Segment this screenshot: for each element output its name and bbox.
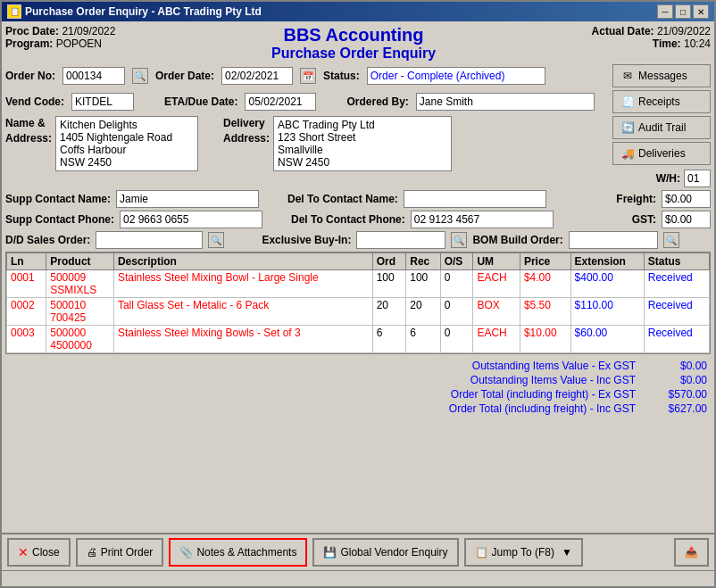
app-icon: 📋: [7, 4, 21, 19]
print-order-button[interactable]: 🖨 Print Order: [76, 538, 164, 567]
export-button[interactable]: 📤: [674, 538, 709, 567]
exclusive-buy-in-field: [356, 231, 445, 249]
proc-date-label: Proc Date:: [5, 25, 59, 37]
cell-um: BOX: [473, 298, 520, 326]
close-icon: ✕: [18, 545, 29, 559]
outstanding-inc-value: $0.00: [654, 374, 707, 386]
program-label: Program:: [5, 37, 53, 50]
app-title-line2: Purchase Order Enquiry: [271, 46, 436, 62]
app-title-line1: BBS Accounting: [271, 25, 436, 46]
col-description: Description: [113, 253, 372, 270]
cell-ord: 6: [372, 326, 406, 353]
supp-contact-name-label: Supp Contact Name:: [5, 193, 111, 205]
dd-row: D/D Sales Order: 🔍 Exclusive Buy-In: 🔍 B…: [5, 231, 711, 249]
cell-rec: 6: [406, 326, 440, 353]
col-price: Price: [520, 253, 570, 270]
delivery-label: Delivery Address:: [223, 116, 270, 146]
cell-um: EACH: [473, 270, 520, 298]
cell-rec: 20: [406, 298, 440, 326]
contact-row2: Supp Contact Phone: 02 9663 0655 Del To …: [5, 211, 711, 228]
jump-to-button[interactable]: 📋 Jump To (F8) ▼: [464, 538, 583, 567]
table-row: 0001 500009SSMIXLS Stainless Steel Mixin…: [7, 270, 710, 298]
freight-field: $0.00: [662, 190, 711, 208]
deliveries-button[interactable]: 🚚 Deliveries: [612, 142, 711, 165]
order-total-inc-value: $627.00: [654, 402, 707, 415]
cell-ord: 100: [372, 270, 406, 298]
dd-sales-order-field: [96, 231, 203, 249]
summary-section: Outstanding Items Value - Ex GST $0.00 O…: [5, 357, 711, 418]
order-date-field: 02/02/2021: [221, 67, 293, 85]
header-left: Proc Date: 21/09/2022 Program: POPOEN: [5, 25, 115, 50]
order-date-calendar-button[interactable]: 📅: [300, 68, 316, 84]
del-contact-name-field: [404, 190, 546, 208]
cell-ln: 0003: [7, 326, 46, 353]
actual-date-value: 21/09/2022: [657, 25, 711, 37]
bom-search-button[interactable]: 🔍: [663, 232, 679, 248]
gst-label: GST:: [632, 213, 656, 226]
time-value: 10:24: [684, 37, 711, 50]
minimize-button[interactable]: ─: [657, 4, 673, 19]
global-vendor-button[interactable]: 💾 Global Vendor Enquiry: [312, 538, 458, 567]
supp-contact-phone-label: Supp Contact Phone:: [5, 213, 114, 226]
name-address-label: Name & Address:: [5, 116, 52, 146]
main-content: Proc Date: 21/09/2022 Program: POPOEN BB…: [2, 21, 714, 533]
audit-trail-icon: 🔄: [620, 120, 635, 135]
del-contact-name-label: Del To Contact Name:: [287, 193, 398, 205]
cell-product: 500010700425: [46, 298, 114, 326]
wh-field: 01: [684, 170, 711, 187]
cell-os: 0: [440, 326, 473, 353]
window-title: Purchase Order Enquiry - ABC Trading Pty…: [25, 5, 262, 18]
summary-row-total-inc: Order Total (including freight) - Inc GS…: [5, 402, 711, 416]
supp-contact-name-field: Jamie: [116, 190, 259, 208]
cell-description: Stainless Steel Mixing Bowls - Set of 3: [113, 326, 372, 353]
cell-description: Tall Glass Set - Metalic - 6 Pack: [113, 298, 372, 326]
eta-due-field: 05/02/2021: [245, 93, 316, 111]
col-product: Product: [46, 253, 114, 270]
jump-to-icon: 📋: [475, 546, 488, 559]
close-window-button[interactable]: ✕: [693, 4, 709, 19]
cell-ln: 0002: [7, 298, 46, 326]
proc-date-value: 21/09/2022: [62, 25, 115, 37]
cell-price: $10.00: [520, 326, 570, 353]
order-no-search-button[interactable]: 🔍: [132, 68, 148, 84]
name-address-field: Kitchen Delights 1405 Nightengale Road C…: [55, 116, 198, 171]
receipts-icon: 🧾: [620, 95, 635, 109]
outstanding-inc-label: Outstanding Items Value - Inc GST: [470, 374, 636, 386]
title-bar: 📋 Purchase Order Enquiry - ABC Trading P…: [2, 2, 714, 21]
cell-ln: 0001: [7, 270, 46, 298]
cell-um: EACH: [473, 326, 520, 353]
actual-date-label: Actual Date:: [592, 25, 654, 37]
deliveries-icon: 🚚: [620, 146, 635, 161]
table-row: 0003 5000004500000 Stainless Steel Mixin…: [7, 326, 710, 353]
notes-attachments-button[interactable]: 📎 Notes & Attachments: [169, 538, 307, 567]
order-fields-row2: Vend Code: KITDEL ETA/Due Date: 05/02/20…: [5, 90, 711, 113]
audit-trail-button[interactable]: 🔄 Audit Trail: [612, 116, 711, 139]
table-row: 0002 500010700425 Tall Glass Set - Metal…: [7, 298, 710, 326]
cell-extension: $400.00: [570, 270, 644, 298]
address-row: Name & Address: Kitchen Delights 1405 Ni…: [5, 116, 711, 187]
receipts-button[interactable]: 🧾 Receipts: [612, 90, 711, 113]
dd-sales-search-button[interactable]: 🔍: [208, 232, 224, 248]
wh-label: W/H:: [656, 172, 680, 185]
ordered-by-field: Jane Smith: [416, 93, 595, 111]
col-extension: Extension: [570, 253, 644, 270]
cell-product: 5000004500000: [46, 326, 114, 353]
bom-build-order-label: BOM Build Order:: [472, 234, 562, 246]
order-date-label: Order Date:: [155, 70, 214, 82]
exclusive-search-button[interactable]: 🔍: [451, 232, 467, 248]
cell-product: 500009SSMIXLS: [46, 270, 114, 298]
maximize-button[interactable]: □: [675, 4, 691, 19]
order-total-ex-value: $570.00: [654, 388, 707, 401]
close-button[interactable]: ✕ Close: [7, 538, 71, 567]
main-window: 📋 Purchase Order Enquiry - ABC Trading P…: [0, 0, 716, 588]
cell-price: $5.50: [520, 298, 570, 326]
cell-rec: 100: [406, 270, 440, 298]
col-ln: Ln: [7, 253, 46, 270]
messages-button[interactable]: ✉ Messages: [612, 64, 711, 87]
export-icon: 📤: [685, 546, 698, 559]
messages-icon: ✉: [620, 69, 635, 83]
del-contact-phone-label: Del To Contact Phone:: [291, 213, 405, 226]
order-total-ex-label: Order Total (including freight) - Ex GST: [451, 388, 636, 401]
supp-contact-phone-field: 02 9663 0655: [120, 211, 262, 228]
summary-row-outstanding-ex: Outstanding Items Value - Ex GST $0.00: [5, 359, 711, 373]
